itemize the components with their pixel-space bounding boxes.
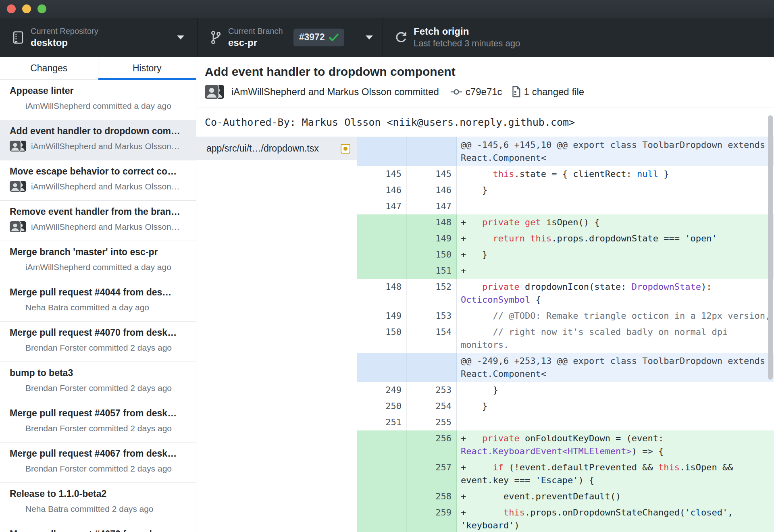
changed-file-icon — [510, 86, 521, 98]
title-bar — [0, 0, 774, 18]
diff-scrollbar-thumb[interactable] — [768, 115, 773, 380]
avatar-group — [10, 503, 21, 514]
commit-item-meta: iAmWillShepherd committed a day ago — [25, 101, 171, 111]
branch-icon — [209, 30, 223, 45]
old-line-number — [357, 353, 407, 382]
avatar-group — [10, 423, 21, 434]
commit-list-item[interactable]: Move escape behavior to correct co…iAmWi… — [0, 160, 196, 201]
close-button[interactable] — [7, 4, 16, 13]
old-line-number: 251 — [357, 414, 407, 430]
commit-sha[interactable]: c79e71c — [466, 86, 502, 98]
old-line-number — [357, 459, 407, 488]
avatar-group — [10, 181, 26, 192]
diff-code-text — [457, 414, 774, 430]
commit-item-meta: Brendan Forster committed 2 days ago — [25, 343, 172, 353]
old-line-number: 145 — [357, 166, 407, 182]
commit-list-item[interactable]: Appease linteriAmWillShepherd committed … — [0, 80, 196, 120]
changed-files-count: 1 changed file — [524, 86, 584, 98]
commit-list-item[interactable]: Release to 1.1.0-beta2Neha Batra committ… — [0, 483, 196, 523]
window-controls — [7, 4, 46, 13]
new-line-number: 257 — [407, 459, 457, 488]
new-line-number: 150 — [407, 247, 457, 263]
new-line-number: 153 — [407, 308, 457, 324]
commit-list-item[interactable]: Merge pull request #4072 from d… — [0, 523, 196, 532]
old-line-number — [357, 488, 407, 505]
check-icon — [329, 33, 339, 42]
diff-line: 145145 this.state = { clientRect: null } — [357, 166, 774, 182]
commit-list-item[interactable]: Add event handler to dropdown com…iAmWil… — [0, 120, 196, 160]
commit-list-item[interactable]: Merge pull request #4067 from desk…Brend… — [0, 443, 196, 483]
fetch-subtitle: Last fetched 3 minutes ago — [414, 38, 520, 49]
branch-label: Current Branch — [228, 27, 283, 36]
commit-item-title: Merge pull request #4067 from desk… — [10, 448, 188, 459]
sync-icon — [394, 31, 408, 44]
fetch-origin-button[interactable]: Fetch origin Last fetched 3 minutes ago — [383, 18, 577, 57]
avatar-group — [10, 141, 26, 152]
avatar-group — [10, 342, 21, 353]
commit-list-item[interactable]: Merge pull request #4070 from desk…Brend… — [0, 322, 196, 362]
old-line-number: 150 — [357, 324, 407, 353]
github-desktop-window: Current Repository desktop Current Branc… — [0, 0, 774, 532]
new-line-number: 145 — [407, 166, 457, 182]
diff-code-text: private dropdownIcon(state: DropdownStat… — [457, 279, 774, 308]
new-line-number: 146 — [407, 182, 457, 198]
old-line-number: 147 — [357, 198, 407, 214]
old-line-number — [357, 263, 407, 279]
current-branch-button[interactable]: Current Branch esc-pr #3972 — [198, 18, 383, 57]
commit-list-item[interactable]: Merge pull request #4044 from des…Neha B… — [0, 281, 196, 322]
history-sidebar: Changes History Appease linteriAmWillShe… — [0, 57, 196, 532]
diff-code-text: + this.props.onDropdownStateChanged('clo… — [457, 505, 774, 532]
diff-line: 257+ if (!event.defaultPrevented && this… — [357, 459, 774, 488]
commit-list-item[interactable]: Merge branch 'master' into esc-priAmWill… — [0, 241, 196, 281]
old-line-number: 148 — [357, 279, 407, 308]
old-line-number: 249 — [357, 382, 407, 398]
current-repository-button[interactable]: Current Repository desktop — [0, 18, 198, 57]
commit-item-title: Merge pull request #4057 from desk… — [10, 408, 188, 419]
diff-line: 146146 } — [357, 182, 774, 198]
new-line-number: 149 — [407, 231, 457, 247]
diff-line: 150154 // right now it's scaled badly on… — [357, 324, 774, 353]
chevron-down-icon — [177, 35, 184, 39]
commit-list-item[interactable]: bump to beta3Brendan Forster committed 2… — [0, 362, 196, 402]
commit-item-meta: iAmWillShepherd and Markus Olsson… — [31, 141, 180, 151]
diff-line: 149153 // @TODO: Remake triangle octicon… — [357, 308, 774, 324]
commit-item-title: Appease linter — [10, 85, 188, 96]
new-line-number: 255 — [407, 414, 457, 430]
commit-item-title: Remove event handler from the bran… — [10, 206, 188, 217]
avatar-group — [10, 100, 21, 111]
diff-line: 250254 } — [357, 398, 774, 414]
diff-hunk-header: @@ -145,6 +145,10 @@ export class Toolba… — [357, 137, 774, 166]
commit-summary: Add event handler to dropdown component … — [196, 57, 774, 108]
diff-code-text: + if (!event.defaultPrevented && this.is… — [457, 459, 774, 488]
old-line-number — [357, 231, 407, 247]
repo-label: Current Repository — [31, 27, 98, 36]
new-line-number: 256 — [407, 430, 457, 459]
file-path: app/src/ui/t…/dropdown.tsx — [206, 143, 337, 154]
diff-code-text: + — [457, 263, 774, 279]
commit-item-meta: Brendan Forster committed 2 days ago — [25, 424, 172, 433]
minimize-button[interactable] — [22, 4, 31, 13]
old-line-number: 149 — [357, 308, 407, 324]
avatar-group — [10, 382, 21, 393]
file-list-item[interactable]: app/src/ui/t…/dropdown.tsx — [196, 137, 357, 160]
branch-name: esc-pr — [228, 37, 283, 48]
zoom-button[interactable] — [37, 4, 46, 13]
commit-list-item[interactable]: Merge pull request #4057 from desk…Brend… — [0, 402, 196, 443]
tab-history[interactable]: History — [98, 57, 196, 79]
commit-list-item[interactable]: Remove event handler from the bran…iAmWi… — [0, 201, 196, 241]
commit-item-title: bump to beta3 — [10, 368, 188, 378]
diff-line: 151+ — [357, 263, 774, 279]
diff-code-text: } — [457, 382, 774, 398]
new-line-number: 151 — [407, 263, 457, 279]
tab-changes[interactable]: Changes — [0, 57, 98, 79]
diff-line: 150+ } — [357, 247, 774, 263]
avatar — [10, 181, 21, 192]
repo-icon — [11, 30, 25, 45]
chevron-down-icon — [366, 35, 373, 39]
commit-detail-pane: Add event handler to dropdown component … — [196, 57, 774, 532]
pr-status-badge[interactable]: #3972 — [293, 29, 344, 46]
new-line-number: 259 — [407, 505, 457, 532]
changed-files-panel: app/src/ui/t…/dropdown.tsx — [196, 137, 357, 532]
old-line-number — [357, 247, 407, 263]
new-line-number: 152 — [407, 279, 457, 308]
